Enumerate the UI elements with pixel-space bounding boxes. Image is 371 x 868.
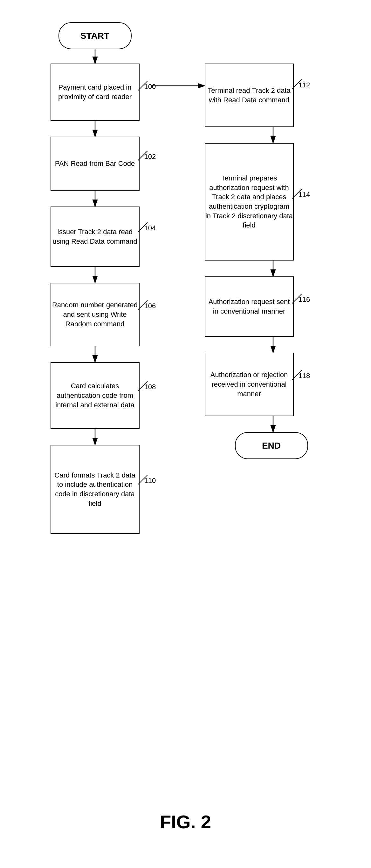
node-104-label: Issuer Track 2 data read using Read Data… — [51, 227, 139, 246]
flowchart-diagram: START Payment card placed in proximity o… — [27, 13, 345, 807]
node-102: PAN Read from Bar Code — [51, 136, 140, 191]
node-110: Card formats Track 2 data to include aut… — [51, 445, 140, 534]
end-node: END — [235, 432, 308, 459]
node-114: Terminal prepares authorization request … — [205, 143, 294, 260]
node-118: Authorization or rejection received in c… — [205, 353, 294, 416]
node-108: Card calculates authentication code from… — [51, 362, 140, 429]
start-node: START — [58, 22, 132, 49]
node-102-label: PAN Read from Bar Code — [55, 159, 135, 168]
node-104: Issuer Track 2 data read using Read Data… — [51, 207, 140, 267]
node-118-label: Authorization or rejection received in c… — [205, 370, 293, 398]
node-114-label: Terminal prepares authorization request … — [205, 174, 293, 230]
node-116: Authorization request sent in convention… — [205, 276, 294, 337]
label-110: 110 — [144, 476, 156, 485]
end-label: END — [262, 440, 281, 452]
node-112-label: Terminal read Track 2 data with Read Dat… — [205, 86, 293, 104]
start-label: START — [80, 30, 109, 42]
label-104: 104 — [144, 224, 156, 232]
label-114: 114 — [298, 191, 310, 199]
label-118: 118 — [298, 372, 310, 380]
label-112: 112 — [298, 81, 310, 89]
label-106: 106 — [144, 302, 156, 310]
label-100: 100 — [144, 83, 156, 91]
node-106-label: Random number generated and sent using W… — [51, 300, 139, 329]
node-106: Random number generated and sent using W… — [51, 283, 140, 346]
node-108-label: Card calculates authentication code from… — [51, 381, 139, 409]
node-112: Terminal read Track 2 data with Read Dat… — [205, 64, 294, 127]
node-100-label: Payment card placed in proximity of card… — [51, 83, 139, 101]
label-108: 108 — [144, 383, 156, 391]
figure-caption: FIG. 2 — [160, 811, 211, 832]
label-116: 116 — [298, 296, 310, 304]
node-110-label: Card formats Track 2 data to include aut… — [51, 470, 139, 508]
node-100: Payment card placed in proximity of card… — [51, 64, 140, 121]
node-116-label: Authorization request sent in convention… — [205, 297, 293, 316]
label-102: 102 — [144, 153, 156, 161]
